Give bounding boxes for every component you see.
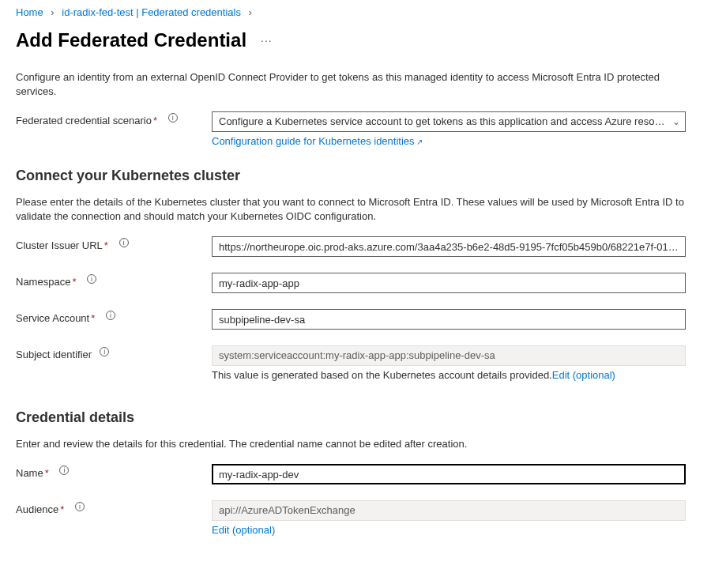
info-icon[interactable]: i: [168, 113, 178, 122]
namespace-row: Namespace* i: [16, 273, 695, 293]
config-guide-link[interactable]: Configuration guide for Kubernetes ident…: [212, 135, 423, 147]
page-description: Configure an identity from an external O…: [16, 70, 695, 99]
subject-identifier-label: Subject identifieri: [16, 345, 212, 360]
audience-label: Audience* i: [16, 500, 212, 515]
page-title: Add Federated Credential: [16, 29, 246, 51]
chevron-down-icon: ⌄: [672, 112, 680, 131]
credential-details-description: Enter and review the details for this cr…: [16, 437, 695, 451]
issuer-label: Cluster Issuer URL* i: [16, 236, 212, 251]
subject-identifier-helper: This value is generated based on the Kub…: [212, 369, 686, 381]
audience-readonly: api://AzureADTokenExchange: [212, 500, 686, 521]
info-icon[interactable]: i: [87, 274, 96, 284]
info-icon[interactable]: i: [59, 466, 69, 475]
scenario-select-value: Configure a Kubernetes service account t…: [219, 115, 671, 127]
subject-identifier-row: Subject identifieri system:serviceaccoun…: [16, 345, 695, 381]
name-label: Name* i: [16, 464, 212, 479]
breadcrumb-home[interactable]: Home: [16, 6, 43, 18]
breadcrumb-fed-creds[interactable]: id-radix-fed-test | Federated credential…: [62, 6, 241, 18]
service-account-input[interactable]: [212, 309, 686, 330]
info-icon[interactable]: i: [100, 347, 109, 356]
external-link-icon: ↗: [416, 138, 423, 146]
service-account-label: Service Account* i: [16, 309, 212, 324]
audience-row: Audience* i api://AzureADTokenExchange E…: [16, 500, 695, 536]
issuer-row: Cluster Issuer URL* i: [16, 236, 695, 257]
namespace-label: Namespace* i: [16, 273, 212, 288]
info-icon[interactable]: i: [75, 502, 85, 511]
credential-details-title: Credential details: [16, 409, 695, 426]
more-actions-button[interactable]: ···: [261, 31, 273, 50]
credential-name-input[interactable]: [212, 464, 686, 484]
scenario-row: Federated credential scenario* i Configu…: [16, 111, 695, 147]
subject-edit-link[interactable]: Edit (optional): [552, 369, 615, 381]
chevron-right-icon: ›: [51, 6, 54, 18]
name-row: Name* i: [16, 464, 695, 484]
namespace-input[interactable]: [212, 273, 686, 293]
cluster-issuer-url-input[interactable]: [212, 236, 686, 257]
scenario-select[interactable]: Configure a Kubernetes service account t…: [212, 111, 686, 132]
connect-section-title: Connect your Kubernetes cluster: [16, 168, 695, 184]
page-title-row: Add Federated Credential ···: [16, 29, 695, 51]
connect-section-description: Please enter the details of the Kubernet…: [16, 195, 695, 224]
breadcrumb: Home › id-radix-fed-test | Federated cre…: [16, 6, 695, 18]
scenario-label: Federated credential scenario* i: [16, 111, 212, 126]
chevron-right-icon: ›: [249, 6, 252, 18]
service-account-row: Service Account* i: [16, 309, 695, 330]
info-icon[interactable]: i: [119, 238, 129, 247]
subject-identifier-readonly: system:serviceaccount:my-radix-app-app:s…: [212, 345, 686, 366]
audience-edit-link[interactable]: Edit (optional): [212, 524, 275, 536]
info-icon[interactable]: i: [106, 311, 115, 320]
